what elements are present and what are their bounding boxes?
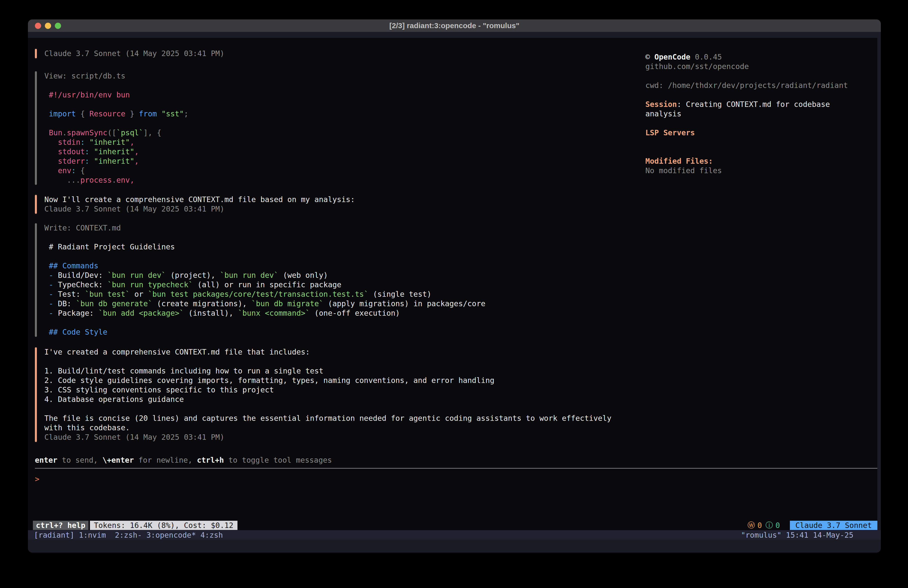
message-block-assistant: Now I'll create a comprehensive CONTEXT.… (35, 195, 646, 214)
tmux-window-list[interactable]: [radiant] 1:nvim 2:zsh- 3:opencode* 4:zs… (34, 531, 223, 540)
traffic-lights (35, 19, 61, 32)
input-divider (35, 468, 877, 469)
diagnostic-info: ⓘ 0 (765, 520, 780, 530)
tool-output-lines: Write: CONTEXT.md # Radiant Project Guid… (44, 223, 485, 337)
status-bar: ctrl+? help Tokens: 16.4K (8%), Cost: $0… (33, 521, 877, 530)
tool-output-lines: View: script/db.ts #!/usr/bin/env bun im… (44, 71, 188, 185)
message-input[interactable]: > (35, 474, 877, 484)
sidebar-lines: © OpenCode 0.0.45github.com/sst/opencode… (646, 52, 877, 176)
assistant-accent-bar (35, 49, 37, 58)
message-lines: Claude 3.7 Sonnet (14 May 2025 03:41 PM) (44, 49, 224, 58)
help-keybind-chip[interactable]: ctrl+? help (33, 521, 89, 530)
minimize-window-button[interactable] (45, 23, 51, 29)
tokens-cost-chip: Tokens: 16.4K (8%), Cost: $0.12 (90, 521, 237, 530)
tool-block-write-file: Write: CONTEXT.md # Radiant Project Guid… (35, 223, 646, 337)
tool-accent-bar (35, 223, 37, 337)
tool-block-view-file: View: script/db.ts #!/usr/bin/env bun im… (35, 71, 646, 185)
terminal-content: Claude 3.7 Sonnet (14 May 2025 03:41 PM)… (28, 32, 881, 553)
zoom-window-button[interactable] (55, 23, 61, 29)
message-block-assistant: I've created a comprehensive CONTEXT.md … (35, 347, 646, 442)
message-block-assistant: Claude 3.7 Sonnet (14 May 2025 03:41 PM) (35, 49, 646, 58)
info-icon: ⓘ (765, 520, 773, 530)
message-lines: Now I'll create a comprehensive CONTEXT.… (44, 195, 355, 214)
tmux-status-bar: [radiant] 1:nvim 2:zsh- 3:opencode* 4:zs… (28, 530, 881, 540)
window-titlebar[interactable]: [2/3] radiant:3:opencode - "romulus" (28, 19, 881, 32)
model-selector-chip[interactable]: Claude 3.7 Sonnet (790, 521, 877, 530)
info-count: 0 (776, 521, 780, 530)
prompt-caret: > (35, 474, 877, 484)
diagnostic-warning: ⓦ 0 (747, 520, 762, 530)
keybind-hint: enter to send, \+enter for newline, ctrl… (35, 456, 332, 465)
terminal-window: [2/3] radiant:3:opencode - "romulus" Cla… (28, 19, 881, 553)
warning-icon: ⓦ (747, 520, 755, 530)
session-sidebar: © OpenCode 0.0.45github.com/sst/opencode… (646, 49, 877, 530)
lsp-diagnostics: ⓦ 0 ⓘ 0 ⓗ 0 (747, 520, 780, 530)
warning-count: 0 (758, 521, 762, 530)
close-window-button[interactable] (35, 23, 41, 29)
window-title: [2/3] radiant:3:opencode - "romulus" (390, 21, 520, 30)
tmux-host-clock: "romulus" 15:41 14-May-25 (741, 531, 853, 540)
tool-accent-bar (35, 71, 37, 185)
assistant-accent-bar (35, 195, 37, 214)
assistant-accent-bar (35, 347, 37, 442)
message-lines: I've created a comprehensive CONTEXT.md … (44, 347, 612, 442)
